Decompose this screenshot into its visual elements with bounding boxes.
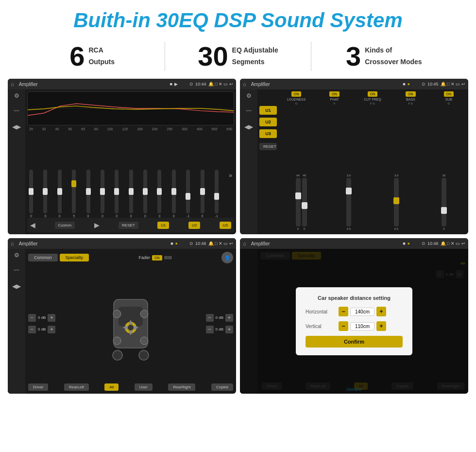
eq-track-12[interactable] — [201, 170, 204, 213]
fader-slider-icon: ⊟⊟ — [164, 255, 172, 260]
dialog-overlay: Car speaker distance setting Horizontal … — [240, 249, 468, 394]
dialog-horizontal-plus[interactable]: + — [376, 307, 386, 316]
freq-125: 125 — [122, 127, 128, 131]
fader-tabs: Common Specialty — [28, 254, 89, 261]
crossover-reset-btn[interactable]: RESET — [259, 143, 277, 150]
fader-user-btn[interactable]: User — [135, 383, 153, 391]
fader-on-btn[interactable]: ON — [152, 255, 162, 261]
loudness-slider-thumb[interactable] — [295, 192, 301, 199]
ch-sub-label: SUB — [445, 98, 452, 101]
eq-track-9[interactable] — [157, 170, 161, 213]
fader-all-btn[interactable]: All — [104, 383, 119, 391]
db-minus-tl[interactable]: − — [28, 314, 36, 322]
eq-track-4[interactable] — [86, 170, 90, 213]
eq-u3-btn[interactable]: U3 — [220, 222, 231, 229]
ch-phat-btn[interactable]: ON — [329, 91, 340, 97]
db-minus-tr[interactable]: − — [206, 314, 214, 322]
ch-cutfreq-btn[interactable]: ON — [368, 91, 378, 97]
stat-crossover-label1: Kinds of — [365, 46, 422, 54]
fader-rearright-btn[interactable]: RearRight — [168, 383, 195, 391]
dialog-vertical-minus[interactable]: − — [339, 321, 348, 331]
cutfreq-slider-thumb[interactable] — [346, 188, 352, 194]
svg-point-7 — [113, 337, 121, 345]
eq-sliders-row: 0 0 0 5 0 — [27, 133, 234, 218]
eq-thumb-11[interactable] — [186, 193, 190, 200]
eq-thumb-10[interactable] — [171, 188, 176, 195]
eq-thumb-7[interactable] — [129, 188, 134, 195]
loudness-slider-thumb-2[interactable] — [302, 202, 307, 209]
eq-track-5[interactable] — [101, 170, 104, 213]
fader-home-icon[interactable]: ⌂ — [11, 241, 14, 246]
ch-loudness-btn[interactable]: ON — [291, 91, 302, 97]
eq-thumb-1[interactable] — [43, 188, 48, 195]
dialog-vertical-input: − 110cm + — [339, 321, 386, 331]
fader-tab-common[interactable]: Common — [28, 254, 58, 261]
fader-icon-3: ◀▶ — [12, 283, 21, 290]
freq-80: 80 — [94, 127, 98, 131]
crossover-home-icon[interactable]: ⌂ — [243, 81, 246, 87]
eq-thumb-2[interactable] — [57, 188, 62, 195]
eq-next-icon[interactable]: ▶ — [94, 221, 100, 229]
fader-copilot-btn[interactable]: Copilot — [211, 383, 233, 391]
db-plus-br[interactable]: + — [225, 326, 233, 333]
fader-driver-btn[interactable]: Driver — [28, 383, 48, 391]
fader-rearleft-btn[interactable]: RearLeft — [64, 383, 89, 391]
eq-thumb-8[interactable] — [143, 188, 148, 195]
eq-thumb-3[interactable] — [71, 180, 76, 187]
confirm-button[interactable]: Confirm — [306, 336, 403, 348]
eq-thumb-13[interactable] — [214, 193, 219, 200]
fader-tab-specialty[interactable]: Specialty — [60, 254, 89, 261]
crossover-u1-btn[interactable]: U1 — [259, 106, 277, 115]
eq-u1-btn[interactable]: U1 — [157, 222, 169, 229]
dialog-screen-bar: ⌂ Amplifier ■ ● ⊙ 10:46 🔔 □ ✕ ▭ ↩ — [240, 238, 468, 249]
stats-row: 6 RCA Outputs 30 EQ Adjustable Segments … — [0, 37, 476, 79]
eq-val-9: 0 — [158, 214, 160, 218]
ch-sub-btn[interactable]: ON — [444, 91, 454, 97]
eq-track-13[interactable] — [215, 170, 219, 213]
eq-thumb-0[interactable] — [29, 188, 34, 195]
page-header: Buith-in 30EQ DSP Sound System — [0, 0, 476, 37]
eq-u2-btn[interactable]: U2 — [188, 222, 200, 229]
dialog-home-icon[interactable]: ⌂ — [243, 241, 246, 246]
bass-slider-thumb[interactable] — [393, 197, 399, 204]
eq-thumb-6[interactable] — [114, 188, 119, 195]
eq-thumb-4[interactable] — [86, 188, 91, 195]
eq-track-3[interactable] — [72, 170, 76, 213]
eq-slider-col-9: 0 — [157, 170, 161, 218]
eq-reset-btn[interactable]: RESET — [119, 222, 138, 229]
db-minus-bl[interactable]: − — [28, 326, 36, 333]
eq-more-icon[interactable]: » — [229, 172, 232, 179]
eq-track-10[interactable] — [172, 170, 176, 213]
db-plus-tr[interactable]: + — [225, 314, 233, 322]
eq-thumb-9[interactable] — [157, 188, 162, 195]
db-plus-bl[interactable]: + — [48, 326, 55, 333]
sub-slider-thumb[interactable] — [441, 207, 447, 214]
eq-thumb-12[interactable] — [200, 188, 205, 195]
eq-thumb-5[interactable] — [100, 188, 105, 195]
crossover-u3-btn[interactable]: U3 — [259, 129, 277, 138]
freq-50: 50 — [68, 127, 72, 131]
eq-val-6: 0 — [116, 214, 118, 218]
car-diagram-svg — [104, 285, 157, 363]
db-plus-tl[interactable]: + — [48, 314, 55, 322]
eq-track-1[interactable] — [43, 170, 47, 213]
crossover-rec-icon: ■ — [403, 82, 405, 87]
eq-prev-icon[interactable]: ◀ — [30, 221, 35, 229]
ch-bass-btn[interactable]: ON — [406, 91, 416, 97]
eq-track-7[interactable] — [129, 170, 133, 213]
eq-track-11[interactable] — [186, 170, 190, 213]
home-icon[interactable]: ⌂ — [11, 81, 14, 87]
freq-100: 100 — [107, 127, 113, 131]
dialog-horizontal-minus[interactable]: − — [339, 307, 348, 316]
eq-track-6[interactable] — [115, 170, 119, 213]
screens-grid: ⌂ Amplifier ■ ▶ ⊙ 10:44 🔔 □ ✕ ▭ ↩ ⚙ 〰 ◀▶ — [0, 79, 476, 399]
ch-loudness-sub: G — [295, 102, 298, 105]
eq-track-0[interactable] — [29, 170, 33, 213]
eq-track-2[interactable] — [58, 170, 62, 213]
eq-track-8[interactable] — [143, 170, 147, 213]
dialog-vertical-plus[interactable]: + — [376, 321, 386, 331]
crossover-u2-btn[interactable]: U2 — [259, 118, 277, 126]
dialog-horizontal-input: − 140cm + — [339, 307, 386, 316]
freq-200: 200 — [152, 127, 158, 131]
db-minus-br[interactable]: − — [206, 326, 214, 333]
